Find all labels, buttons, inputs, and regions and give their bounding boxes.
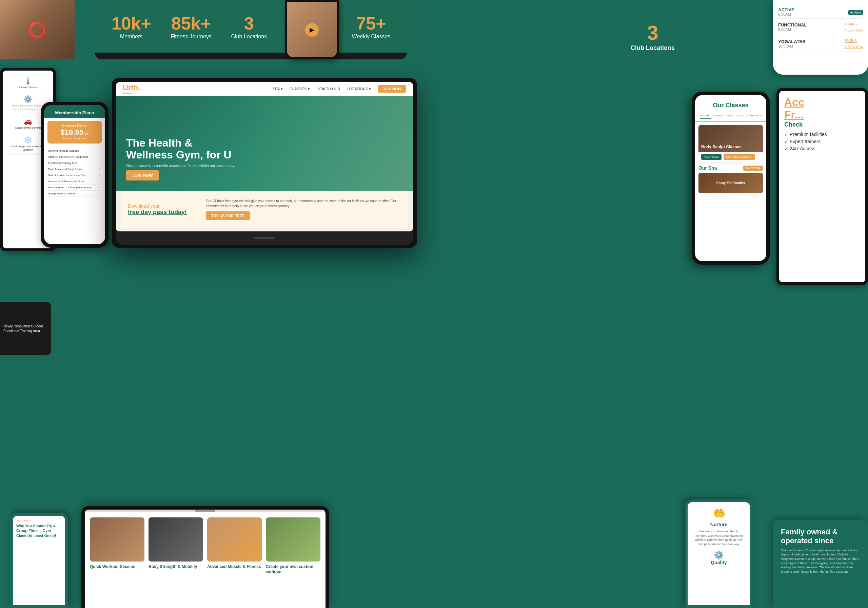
more-spa-button[interactable]: MORE SPA xyxy=(743,166,763,171)
right-tablet-check-1: ✓ Premium facilities xyxy=(784,132,860,137)
phone-blog: FEATURED Why You Should Try A Group Fitn… xyxy=(10,513,68,608)
schedule-name-yogalates: YOGALATES xyxy=(778,39,805,44)
tab-strength[interactable]: STRENGTH xyxy=(747,114,761,119)
video-thumb-3 xyxy=(207,518,262,561)
check-3: ✓ xyxy=(99,162,101,165)
hero-photo-topleft: ⭕ xyxy=(0,0,74,59)
feature-row-6: Access to all Newcastle Clubs ✓ xyxy=(48,179,101,185)
right-tablet-subtitle: Check xyxy=(784,121,860,128)
feature-row-2: State Of The Art Gym Equipment ✓ xyxy=(48,154,101,160)
family-title: Family owned & operated since xyxy=(781,527,860,546)
feature-row-7: Bring a Friend for Free (Gym Floor) ✓ xyxy=(48,185,101,191)
membership-plan-card: Reformer Pilates $19.95 /wk 3 Month Cont… xyxy=(48,121,102,143)
freeday-right: Our 24 hour free gym trial will give you… xyxy=(206,199,401,220)
classes-tabs: SCULPT CARDIO FUNCTIONAL STRENGTH xyxy=(695,112,766,121)
feature-label-4: Evolt Advanced Body Scans xyxy=(48,168,82,171)
right-tablet-screen: AccFr... Check ✓ Premium facilities ✓ Ex… xyxy=(779,91,865,282)
rings-icon: ⭕ xyxy=(27,20,48,39)
spa-header: Our Spa MORE SPA xyxy=(699,165,763,171)
classes-title: Our Classes xyxy=(700,102,761,109)
feature-label-5: Unlimited Access to Home Club xyxy=(48,174,86,177)
freeday-left: Download your free day pass today! xyxy=(128,203,195,216)
freeday-body: Our 24 hour free gym trial will give you… xyxy=(206,199,401,209)
timetable-button[interactable]: TIMETABLE xyxy=(701,154,722,160)
tab-sculpt[interactable]: SCULPT xyxy=(700,114,711,119)
hero-content: The Health & Wellness Gym, for U Our pur… xyxy=(126,137,235,180)
video-label-3: Advanced Muscle & Fitness xyxy=(207,564,262,570)
blog-featured-label: FEATURED xyxy=(16,519,62,522)
family-text: One man's vision 28 years ago has now be… xyxy=(781,548,860,574)
right-tablet: AccFr... Check ✓ Premium facilities ✓ Ex… xyxy=(777,88,868,285)
check-6: ✓ xyxy=(99,180,101,183)
hero-section: The Health & Wellness Gym, for U Our pur… xyxy=(116,96,413,191)
book-functional-link[interactable]: 45MINS+ Book Now xyxy=(845,22,863,32)
club-locations-text: Club Locations xyxy=(631,44,675,51)
tablet-notch xyxy=(195,510,215,512)
check-5: ✓ xyxy=(99,174,101,177)
video-label-2: Body Strength & Mobility xyxy=(149,564,203,570)
schedule-time-yogalates: 10:30AM xyxy=(778,44,805,48)
video-thumb-1 xyxy=(90,518,144,561)
spa-title: Our Spa xyxy=(699,165,717,171)
stat-classes: 75+ Weekly Classes xyxy=(352,13,391,40)
tab-cardio[interactable]: CARDIO xyxy=(713,114,724,119)
nav-spa[interactable]: SPA ▾ xyxy=(273,87,283,91)
nav-healthhub[interactable]: HEALTH HUB xyxy=(317,87,340,91)
membership-features: Reformer Pilates Classes ✓ State Of The … xyxy=(44,146,105,199)
schedule-item-yogalates: YOGALATES 10:30AM 55MINS+ Book Now xyxy=(778,35,863,52)
membership-header: Membership Plans xyxy=(44,105,105,118)
club-locations-number: 3 xyxy=(647,21,658,44)
hero-title-line2: Wellness Gym, for U xyxy=(126,149,235,161)
schedule-time-functional: 6:00AM xyxy=(778,28,807,31)
check-8: ✓ xyxy=(99,192,101,195)
woman-rings-photo: ⭕ xyxy=(0,0,74,59)
nav-classes[interactable]: CLASSES ▾ xyxy=(290,87,310,91)
feature-label-6: Access to all Newcastle Clubs xyxy=(48,180,84,183)
book-yogalates-link[interactable]: 55MINS+ Book Now xyxy=(845,39,863,49)
class-card-image: Body Sculpt Classes xyxy=(699,125,763,152)
urth-logo-text: Urth. xyxy=(123,84,140,92)
feature-row-8: Group Fitness Classes ✓ xyxy=(48,191,101,197)
laptop-base xyxy=(116,232,413,245)
freeday-title: free day pass today! xyxy=(128,209,195,216)
classes-screen: Our Classes SCULPT CARDIO FUNCTIONAL STR… xyxy=(695,95,766,261)
stat-classes-label: Weekly Classes xyxy=(352,34,391,40)
stat-locations-number: 3 xyxy=(231,13,267,34)
phone-nurture: 🤲 Nurture We aim to nurture our staff & … xyxy=(685,499,753,608)
blog-screen: FEATURED Why You Should Try A Group Fitn… xyxy=(13,516,65,605)
nav-join-button[interactable]: JOIN NOW xyxy=(378,85,406,93)
feature-row-3: Functional Training Area ✓ xyxy=(48,160,101,166)
laptop-notch xyxy=(254,237,274,239)
stat-journeys-number: 85k+ xyxy=(170,13,212,34)
video-card-3: Advanced Muscle & Fitness xyxy=(207,518,262,603)
check-4: ✓ xyxy=(99,168,101,171)
nurture-title: Nurture xyxy=(693,522,745,527)
tab-functional[interactable]: FUNCTIONAL xyxy=(727,114,744,119)
stat-locations-label: Club Locations xyxy=(231,34,267,40)
blog-title: Why You Should Try A Group Fitness Gym C… xyxy=(16,524,62,538)
main-laptop: Urth. FITNESS SPA ▾ CLASSES ▾ HEALTH HUB… xyxy=(112,78,417,248)
class-card-buttons: TIMETABLE EXPLORE CLASSES xyxy=(699,152,763,162)
phone-membership: Membership Plans Reformer Pilates $19.95… xyxy=(41,102,108,248)
family-tablet: Family owned & operated since One man's … xyxy=(773,520,868,608)
membership-title: Membership Plans xyxy=(48,110,101,115)
try-free-button[interactable]: TRY US FOR FREE xyxy=(206,211,250,220)
active-badge: 63MINS xyxy=(848,10,863,15)
feature-parking-label: Loads of free parking xyxy=(15,126,41,130)
check-1: ✓ xyxy=(99,149,101,152)
plan-price: $19.95 xyxy=(61,128,84,137)
explore-button[interactable]: EXPLORE CLASSES xyxy=(724,154,755,160)
stat-journeys: 85k+ Fitness Journeys xyxy=(170,13,212,40)
stat-journeys-label: Fitness Journeys xyxy=(170,34,212,40)
quality-title: Quality xyxy=(693,560,745,565)
schedule-name-active: ACTIVE xyxy=(778,7,794,12)
club-locations-badge: 3 Club Locations xyxy=(617,1,688,72)
hero-subtitle: Our purpose is to provide accessible fit… xyxy=(126,163,235,168)
plan-note: 3 Month Contract* xyxy=(51,137,98,140)
play-button[interactable]: ▶ xyxy=(305,23,319,37)
hero-join-button[interactable]: JOIN NOW xyxy=(126,170,159,180)
nav-locations[interactable]: LOCATIONS ▾ xyxy=(347,87,371,91)
tablet-camera-bar xyxy=(85,510,326,512)
hero-title: The Health & Wellness Gym, for U xyxy=(126,137,235,161)
stat-members: 10k+ Members xyxy=(112,13,151,40)
